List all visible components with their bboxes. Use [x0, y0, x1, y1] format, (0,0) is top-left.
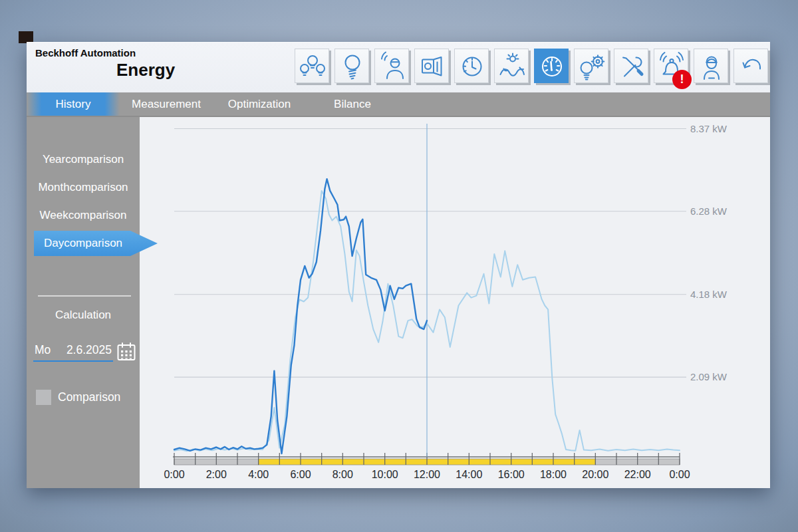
svg-text:14:00: 14:00 [456, 469, 482, 480]
svg-text:10:00: 10:00 [372, 469, 398, 480]
comparison-checkbox[interactable] [36, 390, 51, 405]
svg-text:22:00: 22:00 [624, 469, 651, 480]
calendar-icon [116, 341, 137, 362]
sidebar-item-label: Daycomparison [44, 231, 122, 256]
date-input-underline [33, 360, 113, 362]
toolbar-button-undo[interactable] [733, 49, 768, 83]
svg-text:20:00: 20:00 [582, 469, 608, 480]
tab-bilance[interactable]: Bilance [306, 92, 399, 116]
energy-line-chart[interactable]: 8.37 kW6.28 kW4.18 kW2.09 kW0:002:004:00… [140, 117, 770, 488]
svg-text:2.09 kW: 2.09 kW [690, 371, 728, 382]
sidebar-item-weekcomparison[interactable]: Weekcomparison [27, 201, 140, 229]
date-weekday-label: Mo [35, 343, 51, 357]
light-switch-icon [416, 51, 448, 82]
svg-text:6.28 kW: 6.28 kW [690, 205, 728, 217]
alarm-badge: ! [672, 70, 692, 89]
tab-measurement[interactable]: Measurement [120, 92, 213, 116]
lamp-group-icon [297, 51, 329, 82]
toolbar-button-alarm-bell[interactable]: ! [654, 49, 688, 83]
svg-text:16:00: 16:00 [498, 469, 525, 480]
day-night-icon [496, 51, 528, 82]
svg-text:2:00: 2:00 [206, 469, 227, 480]
app-header: Beckhoff Automation Energy [27, 43, 770, 92]
toolbar-button-bulb-gear[interactable] [574, 49, 608, 83]
page-title: Energy [116, 60, 175, 80]
tab-optimization[interactable]: Optimization [213, 92, 306, 116]
app-window: Beckhoff Automation Energy [27, 42, 770, 488]
service-tools-icon [616, 51, 648, 82]
svg-text:0:00: 0:00 [164, 469, 184, 480]
undo-icon [735, 51, 767, 82]
presence-sensor-icon [376, 51, 408, 82]
toolbar-button-light-switch[interactable] [414, 49, 449, 83]
page-body: Yearcomparison Monthcomparison Weekcompa… [27, 117, 770, 488]
chart-panel: 8.37 kW6.28 kW4.18 kW2.09 kW0:002:004:00… [140, 117, 770, 488]
toolbar-button-lamp[interactable] [334, 49, 369, 83]
history-sidebar: Yearcomparison Monthcomparison Weekcompa… [27, 117, 140, 488]
calculation-label: Calculation [27, 309, 140, 322]
operator-icon [696, 51, 728, 82]
svg-text:0:00: 0:00 [669, 469, 690, 480]
bulb-gear-icon [576, 51, 608, 82]
brand-label: Beckhoff Automation [35, 47, 136, 59]
desktop-background: Beckhoff Automation Energy [0, 0, 798, 532]
toolbar-button-dashboard-gauge[interactable] [534, 49, 569, 83]
sidebar-divider [38, 295, 131, 297]
clock-icon [456, 51, 488, 82]
sidebar-item-yearcomparison[interactable]: Yearcomparison [27, 146, 140, 174]
sidebar-item-monthcomparison[interactable]: Monthcomparison [27, 174, 140, 201]
toolbar-button-presence-sensor[interactable] [374, 49, 409, 83]
svg-text:12:00: 12:00 [414, 469, 440, 480]
toolbar-button-day-night[interactable] [494, 49, 529, 83]
comparison-label: Comparison [58, 390, 120, 404]
date-input[interactable]: 2.6.2025 [53, 343, 112, 357]
toolbar-button-service-tools[interactable] [614, 49, 648, 83]
main-tabbar: History Measurement Optimization Bilance [27, 92, 770, 117]
toolbar-button-operator[interactable] [694, 49, 728, 83]
toolbar-button-clock[interactable] [454, 49, 489, 83]
lamp-icon [336, 51, 368, 82]
svg-text:4:00: 4:00 [248, 469, 269, 480]
svg-text:8.37 kW: 8.37 kW [690, 123, 728, 134]
svg-text:6:00: 6:00 [290, 469, 311, 480]
calendar-button[interactable] [116, 341, 137, 362]
tab-history[interactable]: History [27, 92, 120, 116]
svg-text:8:00: 8:00 [332, 469, 353, 480]
svg-text:18:00: 18:00 [540, 469, 567, 480]
svg-text:4.18 kW: 4.18 kW [690, 289, 728, 300]
dashboard-gauge-icon [536, 51, 568, 82]
toolbar-button-lamp-group[interactable] [295, 49, 329, 83]
